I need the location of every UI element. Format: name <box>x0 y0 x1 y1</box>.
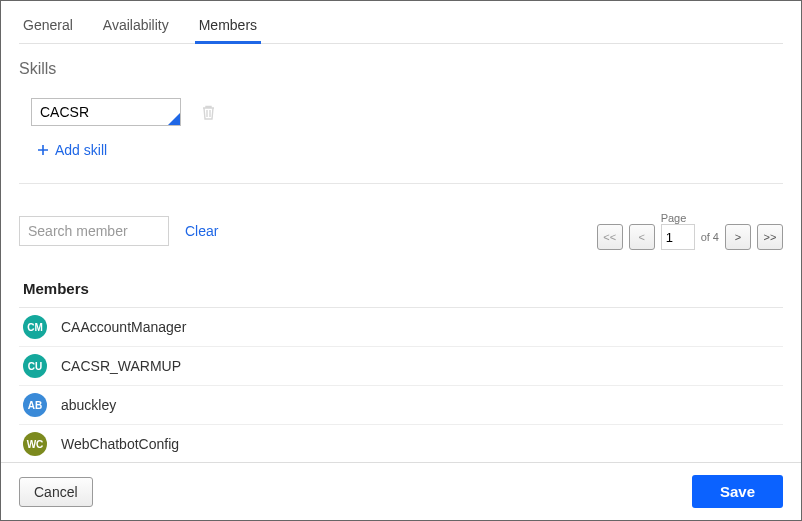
member-name: CACSR_WARMUP <box>61 358 181 374</box>
add-skill-button[interactable]: Add skill <box>37 142 107 158</box>
prev-page-button[interactable]: < <box>629 224 655 250</box>
search-input[interactable] <box>19 216 169 246</box>
content-scroll[interactable]: General Availability Members Skills Add … <box>1 1 801 462</box>
trash-icon[interactable] <box>201 104 216 121</box>
avatar: WC <box>23 432 47 456</box>
page-label: Page <box>661 212 719 224</box>
member-row[interactable]: CUCACSR_WARMUP <box>19 347 783 386</box>
member-row[interactable]: CMCAAccountManager <box>19 308 783 347</box>
add-skill-label: Add skill <box>55 142 107 158</box>
skills-heading: Skills <box>19 60 783 78</box>
tab-bar: General Availability Members <box>19 13 783 44</box>
skill-input[interactable] <box>31 98 181 126</box>
avatar: CM <box>23 315 47 339</box>
avatar: CU <box>23 354 47 378</box>
plus-icon <box>37 144 49 156</box>
members-heading: Members <box>19 280 783 308</box>
tab-members[interactable]: Members <box>197 13 259 43</box>
cancel-button[interactable]: Cancel <box>19 477 93 507</box>
first-page-button[interactable]: << <box>597 224 623 250</box>
clear-link[interactable]: Clear <box>185 223 218 239</box>
members-list: CMCAAccountManagerCUCACSR_WARMUPABabuckl… <box>19 308 783 462</box>
member-name: abuckley <box>61 397 116 413</box>
next-page-button[interactable]: > <box>725 224 751 250</box>
page-input[interactable] <box>661 224 695 250</box>
search-row: Clear << < Page of 4 > >> <box>19 212 783 250</box>
member-name: CAAccountManager <box>61 319 186 335</box>
tab-availability[interactable]: Availability <box>101 13 171 43</box>
footer: Cancel Save <box>1 462 801 520</box>
page-of-label: of 4 <box>701 231 719 243</box>
divider <box>19 183 783 184</box>
last-page-button[interactable]: >> <box>757 224 783 250</box>
avatar: AB <box>23 393 47 417</box>
member-row[interactable]: WCWebChatbotConfig <box>19 425 783 462</box>
save-button[interactable]: Save <box>692 475 783 508</box>
pager: << < Page of 4 > >> <box>597 212 783 250</box>
member-name: WebChatbotConfig <box>61 436 179 452</box>
skill-row <box>31 98 783 126</box>
tab-general[interactable]: General <box>21 13 75 43</box>
member-row[interactable]: ABabuckley <box>19 386 783 425</box>
